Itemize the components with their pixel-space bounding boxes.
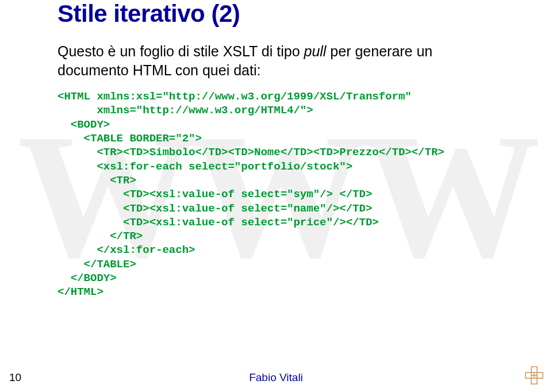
svg-rect-2: [526, 372, 531, 378]
svg-rect-0: [531, 367, 537, 372]
intro-text-1b: per generare un: [326, 43, 432, 59]
svg-rect-3: [537, 372, 543, 378]
svg-rect-1: [531, 378, 537, 384]
author-name: Fabio Vitali: [249, 371, 303, 384]
intro-pull-word: pull: [304, 43, 327, 59]
intro-text-1: Questo è un foglio di stile XSLT di tipo: [57, 43, 304, 59]
slide-content: Stile iterativo (2) Questo è un foglio d…: [0, 0, 552, 299]
nav-icon[interactable]: [524, 366, 544, 385]
code-block: <HTML xmlns:xsl="http://www.w3.org/1999/…: [57, 90, 552, 299]
slide-title: Stile iterativo (2): [57, 0, 552, 28]
compass-icon: [524, 366, 544, 385]
intro-paragraph: Questo è un foglio di stile XSLT di tipo…: [57, 42, 552, 79]
intro-text-2: documento HTML con quei dati:: [57, 62, 260, 78]
page-number: 10: [9, 371, 21, 384]
